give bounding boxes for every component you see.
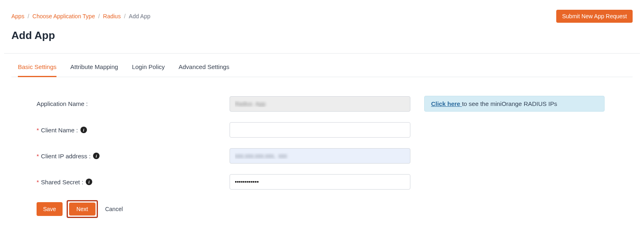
next-button[interactable]: Next [69,203,95,216]
form-actions: Save Next Cancel [37,200,607,218]
tab-login-policy[interactable]: Login Policy [132,56,165,77]
info-icon[interactable]: i [86,179,92,185]
breadcrumb-sep: / [124,13,126,19]
save-button[interactable]: Save [37,202,63,216]
client-ip-input[interactable] [230,148,410,164]
submit-new-app-button[interactable]: Submit New App Request [556,10,633,23]
info-icon[interactable]: i [93,153,100,159]
tab-attribute-mapping[interactable]: Attribute Mapping [70,56,118,77]
breadcrumb-apps[interactable]: Apps [11,13,24,19]
required-marker: * [37,127,39,134]
tabs: Basic Settings Attribute Mapping Login P… [11,56,633,77]
tab-advanced-settings[interactable]: Advanced Settings [179,56,230,77]
client-name-input[interactable] [230,122,410,138]
application-name-input[interactable] [230,96,410,112]
label-client-ip: * Client IP address : i [37,153,230,160]
next-highlight: Next [67,200,98,218]
breadcrumb-radius[interactable]: Radius [103,13,121,19]
breadcrumb-choose-type[interactable]: Choose Application Type [33,13,95,19]
breadcrumb: Apps / Choose Application Type / Radius … [11,13,150,19]
breadcrumb-sep: / [28,13,29,19]
shared-secret-input[interactable] [230,174,410,190]
divider [4,53,640,54]
page-title: Add App [11,29,633,42]
form-area: Application Name : Click here to see the… [11,77,633,226]
required-marker: * [37,153,39,160]
breadcrumb-sep: / [98,13,100,19]
breadcrumb-current: Add App [129,13,150,19]
label-client-name: * Client Name : i [37,127,230,134]
required-marker: * [37,179,39,186]
info-icon[interactable]: i [80,127,87,133]
label-shared-secret: * Shared Secret : i [37,179,230,186]
cancel-button[interactable]: Cancel [102,202,126,216]
info-rest-text: to see the miniOrange RADIUS IPs [462,100,557,107]
click-here-link[interactable]: Click here [431,100,462,107]
tab-basic-settings[interactable]: Basic Settings [18,56,56,77]
label-application-name: Application Name : [37,100,230,107]
radius-ips-info: Click here to see the miniOrange RADIUS … [424,96,605,112]
